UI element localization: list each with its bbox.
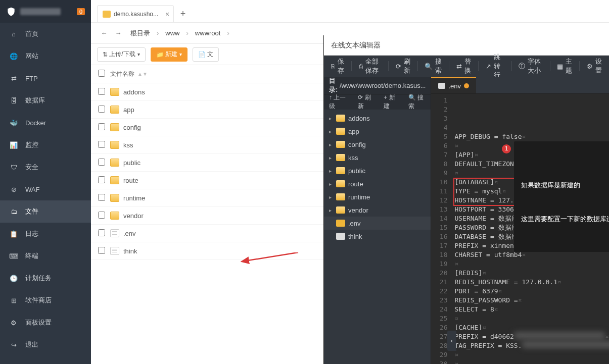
editor-btn-0[interactable]: ⎘保存 <box>324 56 351 77</box>
sidebar-item-folder[interactable]: 🗂文件 <box>0 200 91 223</box>
breadcrumb-item[interactable]: wwwroot <box>190 29 226 37</box>
column-name[interactable]: 文件名称 <box>110 70 134 78</box>
monitor-icon: 📊 <box>9 140 18 149</box>
breadcrumb-item[interactable]: www <box>160 29 184 37</box>
code-line[interactable]: PORT = 6379¤ <box>454 287 609 296</box>
sort-icon[interactable]: ▲▼ <box>137 71 148 77</box>
code-line[interactable]: [CACHE]¤ <box>454 323 609 332</box>
editor-tab-env[interactable]: .env <box>431 77 476 93</box>
row-checkbox[interactable] <box>98 194 105 201</box>
code-line[interactable]: APP_DEBUG = false¤ <box>454 132 609 141</box>
code-line[interactable]: ¤ <box>454 314 609 323</box>
editor-btn-7[interactable]: ▦主题 <box>550 56 579 77</box>
collapse-handle[interactable]: ‹ <box>447 331 456 351</box>
tree-toolbar-button[interactable]: ↑ 上一级 <box>324 94 353 110</box>
editor-btn-4[interactable]: ⇄替换 <box>449 56 478 77</box>
code-line[interactable]: SELECT = 8¤ <box>454 305 609 314</box>
sidebar-item-docker[interactable]: 🐳Docker <box>0 112 91 134</box>
row-checkbox[interactable] <box>98 229 105 236</box>
tree-item[interactable]: ▸runtime <box>324 190 431 203</box>
sidebar-item-waf[interactable]: ⊘WAF <box>0 178 91 200</box>
code-line[interactable]: ¤ <box>454 359 609 364</box>
row-checkbox[interactable] <box>98 123 105 130</box>
notification-badge[interactable]: 0 <box>77 8 85 15</box>
editor-btn-3[interactable]: 🔍搜索 <box>417 56 449 77</box>
code-line[interactable]: REDIS_PASSWORD =¤ <box>454 296 609 305</box>
tree-item[interactable]: think <box>324 230 431 243</box>
code-lines[interactable]: 1 如果数据库是新建的 这里需要配置一下新的数据库连接参数 APP_DEBUG … <box>451 94 609 364</box>
code-line[interactable]: TAG_PREFIX = KSS.35¤ <box>454 341 609 350</box>
nav-label: 监控 <box>25 140 38 149</box>
forward-button[interactable]: → <box>111 26 125 40</box>
tree-item[interactable]: ▸config <box>324 138 431 151</box>
tree-item[interactable]: ▸vendor <box>324 203 431 217</box>
row-checkbox[interactable] <box>98 159 105 166</box>
text-button[interactable]: 📄 文 <box>193 47 219 62</box>
annotation-line2: 这里需要配置一下新的数据库连接参数 <box>521 214 609 225</box>
terminal-icon: ⌨ <box>9 251 18 261</box>
close-icon[interactable]: × <box>165 10 169 18</box>
expand-icon[interactable]: ▸ <box>329 207 336 213</box>
text-label: 文 <box>207 50 213 59</box>
row-checkbox[interactable] <box>98 141 105 148</box>
globe-icon: 🌐 <box>9 51 18 61</box>
code-editor[interactable]: 1234567891011121314151617181920212223242… <box>431 94 609 364</box>
breadcrumb-item[interactable]: 根目录 <box>125 29 155 37</box>
expand-icon[interactable]: ▸ <box>329 142 336 147</box>
tree-item[interactable]: ▸app <box>324 125 431 138</box>
tree-item[interactable]: ▸route <box>324 177 431 190</box>
sidebar-item-logout[interactable]: ↪退出 <box>0 334 91 356</box>
code-line[interactable]: PREFIX = d40662¤ <box>454 332 609 341</box>
expand-icon[interactable]: ▸ <box>329 194 336 200</box>
code-line[interactable]: [REDIS]¤ <box>454 269 609 278</box>
row-checkbox[interactable] <box>98 106 105 113</box>
tab-demo[interactable]: demo.kasusho... × <box>97 5 174 22</box>
sidebar-item-ftp[interactable]: ⇄FTP <box>0 67 91 89</box>
tree-item[interactable]: ▸kss <box>324 151 431 164</box>
path-value: /www/wwwroot/demo.kasus... <box>340 82 426 89</box>
sidebar-item-monitor[interactable]: 📊监控 <box>0 134 91 156</box>
expand-icon[interactable]: ▸ <box>329 181 336 187</box>
editor-btn-8[interactable]: ⚙设置 <box>580 56 609 77</box>
tree-item[interactable]: ▸public <box>324 164 431 177</box>
tree-toolbar-button[interactable]: 🔍 搜索 <box>403 94 431 110</box>
editor-btn-5[interactable]: ↗跳转行 <box>479 56 511 77</box>
row-checkbox[interactable] <box>98 88 105 95</box>
editor-btn-1[interactable]: ⎙全部保存 <box>352 56 388 77</box>
shield-icon: 🛡 <box>9 163 18 172</box>
back-button[interactable]: ← <box>97 26 111 40</box>
editor-btn-2[interactable]: ⟳刷新 <box>389 56 417 77</box>
expand-icon[interactable]: ▸ <box>329 155 336 161</box>
code-line[interactable]: ¤ <box>454 350 609 359</box>
new-label: 新建 <box>165 50 177 59</box>
code-line[interactable]: ¤ <box>454 259 609 269</box>
code-line[interactable]: REDIS_HOSTNAME = 127.0.0.1¤ <box>454 278 609 287</box>
select-all-checkbox[interactable] <box>98 70 105 77</box>
row-checkbox[interactable] <box>98 176 105 183</box>
upload-download-button[interactable]: ⇅ 上传/下载 ▾ <box>97 47 146 62</box>
editor-btn-6[interactable]: Ⓣ字体大小 <box>511 56 549 77</box>
sidebar-item-globe[interactable]: 🌐网站 <box>0 45 91 67</box>
expand-icon[interactable]: ▸ <box>329 168 336 174</box>
sidebar-item-home[interactable]: ⌂首页 <box>0 23 91 45</box>
toolbar-label: 搜索 <box>435 57 442 75</box>
expand-icon[interactable]: ▸ <box>329 116 336 121</box>
sidebar-item-database[interactable]: 🗄数据库 <box>0 89 91 112</box>
tree-toolbar-button[interactable]: + 新建 <box>379 94 403 110</box>
tree-item[interactable]: ▸addons <box>324 112 431 125</box>
expand-icon[interactable]: ▸ <box>329 129 336 134</box>
sidebar-item-apps[interactable]: ⊞软件商店 <box>0 289 91 311</box>
sidebar-item-log[interactable]: 📋日志 <box>0 223 91 245</box>
path-prefix: 目录: <box>329 77 338 94</box>
row-checkbox[interactable] <box>98 247 105 254</box>
sidebar-item-shield[interactable]: 🛡安全 <box>0 156 91 178</box>
sidebar-item-gear[interactable]: ⚙面板设置 <box>0 311 91 334</box>
sidebar-item-terminal[interactable]: ⌨终端 <box>0 245 91 267</box>
tree-toolbar-button[interactable]: ⟳ 刷新 <box>353 94 379 110</box>
new-button[interactable]: 📁 新建 ▾ <box>151 47 188 62</box>
nav-list: ⌂首页🌐网站⇄FTP🗄数据库🐳Docker📊监控🛡安全⊘WAF🗂文件📋日志⌨终端… <box>0 23 91 364</box>
tab-add-button[interactable]: + <box>176 5 190 22</box>
sidebar-item-clock[interactable]: 🕒计划任务 <box>0 267 91 289</box>
row-checkbox[interactable] <box>98 212 105 219</box>
tree-item[interactable]: .env <box>324 217 431 230</box>
